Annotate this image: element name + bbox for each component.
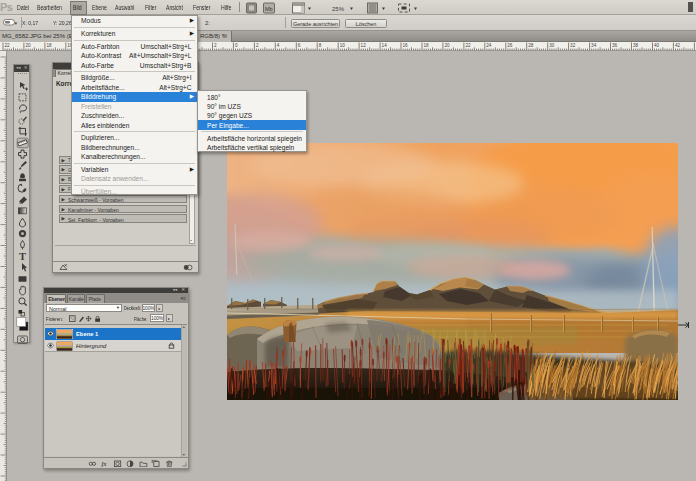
svg-text:24: 24 (486, 43, 492, 48)
svg-text:4: 4 (277, 43, 280, 48)
svg-text:26: 26 (507, 43, 513, 48)
svg-text:0: 0 (235, 43, 238, 48)
svg-text:2: 2 (214, 43, 217, 48)
svg-text:14: 14 (382, 43, 388, 48)
svg-text:34: 34 (591, 43, 597, 48)
svg-text:42: 42 (675, 43, 681, 48)
svg-text:18: 18 (46, 43, 52, 48)
svg-text:30: 30 (549, 43, 555, 48)
svg-text:40: 40 (654, 43, 660, 48)
svg-text:36: 36 (612, 43, 618, 48)
svg-text:Mb: Mb (265, 5, 273, 11)
svg-text:28: 28 (528, 43, 534, 48)
svg-text:8: 8 (319, 43, 322, 48)
svg-text:T: T (19, 251, 26, 262)
svg-text:22: 22 (465, 43, 471, 48)
svg-text:12: 12 (361, 43, 367, 48)
svg-text:fx: fx (102, 461, 107, 467)
svg-text:2: 2 (256, 43, 259, 48)
svg-text:16: 16 (403, 43, 409, 48)
svg-text:25%: 25% (332, 5, 345, 11)
svg-text:20: 20 (444, 43, 450, 48)
svg-text:38: 38 (633, 43, 639, 48)
svg-text:20: 20 (25, 43, 31, 48)
svg-text:10: 10 (340, 43, 346, 48)
svg-text:32: 32 (570, 43, 576, 48)
svg-text:6: 6 (298, 43, 301, 48)
svg-text:22: 22 (5, 43, 11, 48)
svg-text:18: 18 (424, 43, 430, 48)
